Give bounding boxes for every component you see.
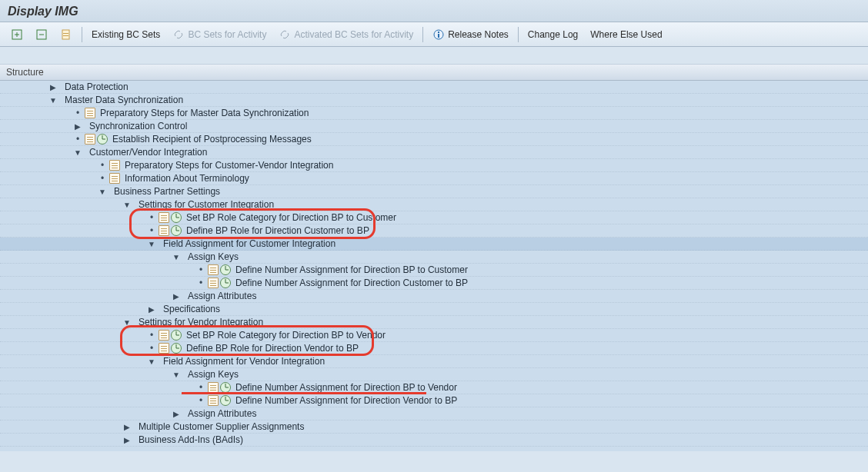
execute-icon[interactable]	[171, 330, 182, 341]
tree-row[interactable]: •Set BP Role Category for Direction BP t…	[0, 329, 868, 342]
node-label[interactable]: Assign Attributes	[185, 408, 256, 419]
tree-row[interactable]: •Define BP Role for Direction Customer t…	[0, 224, 868, 238]
execute-icon[interactable]	[171, 225, 182, 236]
release-notes-button[interactable]: Release Notes	[428, 27, 513, 42]
tree-row[interactable]: ▼Assign Keys	[0, 251, 868, 264]
tree-row[interactable]: •Define BP Role for Direction Vendor to …	[0, 342, 868, 355]
collapse-icon[interactable]: ▼	[146, 240, 157, 248]
find-button[interactable]	[55, 27, 77, 42]
tree-row[interactable]: •Information About Terminology	[0, 172, 868, 185]
tree-row[interactable]: ▼Assign Keys	[0, 368, 868, 381]
execute-icon[interactable]	[220, 382, 231, 393]
tree-row[interactable]: •Define Number Assignment for Direction …	[0, 264, 868, 277]
img-activity-doc-icon[interactable]	[159, 212, 169, 223]
expand-icon[interactable]: ▶	[72, 122, 83, 131]
node-label[interactable]: Preparatory Steps for Master Data Synchr…	[97, 108, 309, 118]
bc-sets-for-activity-button[interactable]: BC Sets for Activity	[168, 27, 271, 42]
collapse-icon[interactable]: ▼	[171, 253, 182, 261]
tree-row[interactable]: ▶Specifications	[0, 303, 868, 316]
img-activity-doc-icon[interactable]	[159, 330, 169, 341]
execute-icon[interactable]	[97, 134, 108, 145]
node-label[interactable]: Specifications	[160, 304, 220, 314]
node-label[interactable]: Information About Terminology	[122, 173, 249, 184]
tree-row[interactable]: ▼Field Assignment for Customer Integrati…	[0, 238, 868, 251]
img-activity-doc-icon[interactable]	[109, 173, 120, 184]
execute-icon[interactable]	[171, 343, 182, 354]
expand-icon[interactable]: ▶	[146, 305, 157, 314]
img-activity-doc-icon[interactable]	[208, 264, 219, 275]
expand-icon[interactable]: ▶	[171, 292, 182, 301]
node-label[interactable]: Settings for Vendor Integration	[135, 317, 263, 327]
tree-row[interactable]: •Establish Recipient of Postprocessing M…	[0, 133, 868, 146]
execute-icon[interactable]	[171, 212, 182, 223]
collapse-icon[interactable]: ▼	[72, 148, 83, 157]
tree-row[interactable]: •Define Number Assignment for Direction …	[0, 381, 868, 394]
node-label[interactable]: Set BP Role Category for Direction BP to…	[183, 330, 386, 341]
collapse-icon[interactable]: ▼	[122, 201, 132, 209]
collapse-icon[interactable]: ▼	[171, 371, 182, 379]
tree-row[interactable]: ▼Customer/Vendor Integration	[0, 146, 868, 159]
node-label[interactable]: Define Number Assignment for Direction B…	[232, 382, 457, 393]
img-activity-doc-icon[interactable]	[208, 278, 219, 288]
expand-icon[interactable]: ▶	[122, 436, 132, 444]
collapse-icon[interactable]: ▼	[48, 96, 58, 105]
collapse-icon[interactable]: ▼	[97, 188, 108, 196]
node-label[interactable]: Business Add-Ins (BAdIs)	[135, 434, 243, 445]
node-label[interactable]: Assign Attributes	[185, 291, 256, 301]
node-label[interactable]: Establish Recipient of Postprocessing Me…	[109, 134, 312, 145]
collapse-icon[interactable]: ▼	[122, 318, 132, 327]
node-label[interactable]: Multiple Customer Supplier Assignments	[135, 421, 304, 432]
tree-row[interactable]: •Define Number Assignment for Direction …	[0, 394, 868, 407]
collapse-subtree-button[interactable]	[31, 27, 52, 42]
tree-row[interactable]: •Set BP Role Category for Direction BP t…	[0, 211, 868, 224]
node-label[interactable]: Define BP Role for Direction Vendor to B…	[183, 343, 359, 354]
node-label[interactable]: Field Assignment for Customer Integratio…	[160, 238, 336, 249]
node-label[interactable]: Assign Keys	[185, 369, 239, 380]
img-activity-doc-icon[interactable]	[159, 343, 169, 354]
tree-row[interactable]: ▶Assign Attributes	[0, 290, 868, 303]
tree-row[interactable]: •Define Number Assignment for Direction …	[0, 277, 868, 290]
tree[interactable]: ▶Data Protection▼Master Data Synchroniza…	[0, 81, 868, 451]
tree-row[interactable]: ▼Master Data Synchronization	[0, 94, 868, 107]
node-label[interactable]: Data Protection	[62, 81, 129, 92]
img-activity-doc-icon[interactable]	[208, 382, 219, 393]
tree-row[interactable]: ▶Business Add-Ins (BAdIs)	[0, 434, 868, 447]
tree-row[interactable]: ▼Field Assignment for Vendor Integration	[0, 355, 868, 368]
tree-row[interactable]: •Preparatory Steps for Customer-Vendor I…	[0, 159, 868, 172]
node-label[interactable]: Preparatory Steps for Customer-Vendor In…	[122, 160, 333, 171]
activated-bc-sets-button[interactable]: Activated BC Sets for Activity	[274, 27, 418, 42]
execute-icon[interactable]	[220, 264, 231, 275]
existing-bc-sets-button[interactable]: Existing BC Sets	[87, 28, 165, 42]
expand-icon[interactable]: ▶	[171, 410, 182, 418]
node-label[interactable]: Customer/Vendor Integration	[86, 147, 207, 158]
execute-icon[interactable]	[220, 278, 231, 288]
tree-row[interactable]: ▶Synchronization Control	[0, 120, 868, 133]
expand-icon[interactable]: ▶	[48, 83, 58, 91]
node-label[interactable]: Settings for Customer Integration	[135, 199, 274, 210]
where-else-used-button[interactable]: Where Else Used	[586, 28, 666, 42]
expand-icon[interactable]: ▶	[122, 423, 132, 431]
change-log-button[interactable]: Change Log	[523, 28, 583, 42]
node-label[interactable]: Assign Keys	[185, 251, 239, 262]
node-label[interactable]: Define Number Assignment for Direction V…	[232, 395, 457, 406]
tree-row[interactable]: •Preparatory Steps for Master Data Synch…	[0, 107, 868, 120]
expand-subtree-button[interactable]	[6, 27, 28, 42]
node-label[interactable]: Master Data Synchronization	[62, 95, 183, 105]
img-activity-doc-icon[interactable]	[85, 108, 95, 118]
img-activity-doc-icon[interactable]	[159, 225, 169, 236]
node-label[interactable]: Define Number Assignment for Direction B…	[232, 264, 468, 275]
node-label[interactable]: Set BP Role Category for Direction BP to…	[183, 212, 396, 223]
tree-row[interactable]: ▼Business Partner Settings	[0, 185, 868, 198]
img-activity-doc-icon[interactable]	[208, 395, 219, 406]
node-label[interactable]: Business Partner Settings	[111, 186, 220, 197]
img-activity-doc-icon[interactable]	[109, 160, 120, 171]
node-label[interactable]: Define BP Role for Direction Customer to…	[183, 225, 369, 236]
tree-row[interactable]: ▶Assign Attributes	[0, 407, 868, 420]
img-activity-doc-icon[interactable]	[85, 134, 95, 145]
tree-row[interactable]: ▶Data Protection	[0, 81, 868, 94]
tree-row[interactable]: ▶Multiple Customer Supplier Assignments	[0, 420, 868, 434]
node-label[interactable]: Synchronization Control	[86, 121, 187, 131]
node-label[interactable]: Field Assignment for Vendor Integration	[160, 356, 325, 367]
tree-row[interactable]: ▼Settings for Customer Integration	[0, 198, 868, 211]
tree-row[interactable]: ▼Settings for Vendor Integration	[0, 316, 868, 329]
